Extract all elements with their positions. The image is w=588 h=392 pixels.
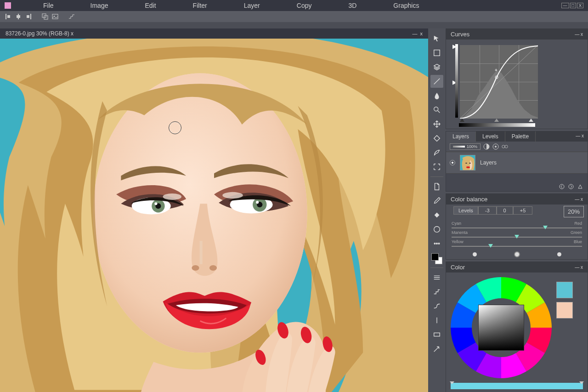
cb-slider-magenta-green[interactable]: ManentaGreen	[452, 230, 582, 238]
cb-level-1[interactable]: 0	[497, 206, 513, 215]
svg-rect-29	[434, 50, 440, 56]
curves-histogram: +	[460, 45, 538, 119]
foreground-background-swatch[interactable]	[431, 253, 442, 264]
opacity-field[interactable]: 100%	[450, 143, 481, 150]
menu-layer[interactable]: Layer	[226, 2, 278, 9]
image-icon[interactable]	[51, 13, 59, 20]
color-swatch-1[interactable]	[556, 282, 573, 298]
document-tab-bar: 83726-0.jpg 30% (RGB-8) x — x	[0, 28, 428, 39]
layer-row[interactable]: Layers	[446, 152, 588, 174]
layers-panel: Layers Levels Palette — x 100% Layers	[446, 131, 588, 192]
maximize-button[interactable]: □	[570, 3, 576, 8]
curves-slider-mid[interactable]	[494, 119, 499, 122]
mask-icon[interactable]	[492, 143, 499, 150]
close-button[interactable]: X	[577, 3, 583, 8]
align-center-icon[interactable]	[15, 13, 22, 20]
cb-level-2[interactable]: +5	[513, 206, 533, 215]
free-transform-tool[interactable]	[430, 118, 443, 131]
menu-edit[interactable]: Edit	[126, 2, 174, 9]
curves-title: Curves	[451, 31, 469, 38]
layer-visibility-icon[interactable]	[450, 160, 455, 165]
menu-image[interactable]: Image	[72, 2, 127, 9]
svg-rect-4	[30, 14, 31, 19]
cb-highlights-dot[interactable]	[557, 252, 561, 256]
link-icon[interactable]	[502, 143, 508, 150]
svg-rect-8	[52, 14, 58, 19]
vline-tool[interactable]	[430, 314, 443, 327]
lines-tool[interactable]	[430, 271, 443, 284]
tab-layers[interactable]: Layers	[446, 131, 476, 142]
bucket-tool[interactable]	[430, 132, 443, 145]
curves-close-icon[interactable]: — x	[575, 32, 583, 37]
rect2-tool[interactable]	[430, 328, 443, 341]
menu-filter[interactable]: Filter	[175, 2, 226, 9]
step-icon[interactable]	[68, 13, 75, 20]
expand-tool[interactable]	[430, 160, 443, 173]
move-tool[interactable]	[430, 32, 443, 45]
color-swatch-2[interactable]	[556, 302, 573, 318]
cb-midtones-dot[interactable]	[515, 252, 519, 256]
color-square[interactable]	[478, 305, 524, 351]
footer-next-icon[interactable]	[568, 184, 574, 189]
canvas-area: 83726-0.jpg 30% (RGB-8) x — x	[0, 28, 428, 392]
color-close-icon[interactable]: — x	[575, 265, 583, 270]
svg-rect-0	[6, 14, 6, 19]
pen-tool[interactable]	[430, 146, 443, 159]
menu-copy[interactable]: Copy	[278, 2, 330, 9]
document-tab-title[interactable]: 83726-0.jpg 30% (RGB-8) x	[6, 30, 74, 37]
canvas[interactable]	[0, 39, 428, 392]
curves-graph[interactable]: +	[460, 45, 538, 119]
cb-slider-cyan-red[interactable]: CyanRed	[452, 221, 582, 228]
minimize-button[interactable]: —	[561, 3, 569, 8]
circle-tool[interactable]	[430, 223, 443, 236]
cb-shadows-dot[interactable]	[473, 252, 477, 256]
eraser-tool[interactable]	[430, 209, 443, 222]
secondary-option-bar	[0, 22, 588, 28]
footer-delete-icon[interactable]	[577, 184, 583, 189]
file-tool[interactable]	[430, 180, 443, 193]
canvas-image	[0, 39, 428, 392]
foreground-swatch-icon[interactable]	[5, 2, 11, 9]
menu-graphics[interactable]: Graphics	[375, 2, 437, 9]
curves-slider-black[interactable]	[460, 119, 464, 122]
layer-name: Layers	[480, 159, 497, 166]
svg-point-41	[502, 145, 505, 148]
hue-strip[interactable]	[451, 383, 583, 389]
color-wheel[interactable]	[451, 277, 552, 378]
cb-levels-label: Levels	[453, 206, 478, 215]
align-left-icon[interactable]	[5, 13, 12, 20]
color-balance-levels: Levels -3 0 +5	[453, 206, 532, 215]
tab-palette[interactable]: Palette	[505, 131, 536, 142]
rect-select-tool[interactable]	[430, 46, 443, 59]
menu-3d[interactable]: 3D	[330, 2, 375, 9]
footer-prev-icon[interactable]	[559, 184, 565, 189]
contrast-icon[interactable]	[483, 143, 490, 150]
svg-point-24	[209, 265, 217, 271]
curves-h-gradient	[459, 123, 535, 127]
arrow-tool[interactable]	[430, 342, 443, 355]
svg-rect-1	[7, 15, 10, 18]
svg-point-46	[469, 163, 471, 164]
svg-point-32	[434, 243, 435, 244]
layers-stack-tool[interactable]	[430, 61, 443, 74]
more-tool[interactable]	[430, 237, 443, 250]
cb-level-0[interactable]: -3	[478, 206, 497, 215]
curve-tool[interactable]	[430, 300, 443, 312]
color-balance-close-icon[interactable]: — x	[575, 197, 583, 202]
menu-file[interactable]: File	[25, 2, 72, 9]
align-right-icon[interactable]	[25, 13, 32, 20]
document-minimize-icon[interactable]: —	[413, 31, 418, 36]
svg-rect-3	[17, 15, 20, 18]
copy-icon[interactable]	[41, 13, 49, 20]
droplet-tool[interactable]	[430, 89, 443, 102]
curves-slider-white[interactable]	[529, 119, 533, 122]
tab-levels[interactable]: Levels	[476, 131, 505, 142]
step-tool[interactable]	[430, 285, 443, 298]
brush-tool[interactable]	[430, 75, 443, 88]
eyedropper-tool[interactable]	[430, 194, 443, 207]
cb-slider-yellow-blue[interactable]: YellowBlue	[452, 239, 582, 247]
zoom-tool[interactable]	[430, 103, 443, 116]
layers-panel-close-icon[interactable]: — x	[572, 131, 588, 142]
cb-percent[interactable]: 20%	[564, 206, 584, 217]
document-close-icon[interactable]: x	[420, 31, 423, 36]
